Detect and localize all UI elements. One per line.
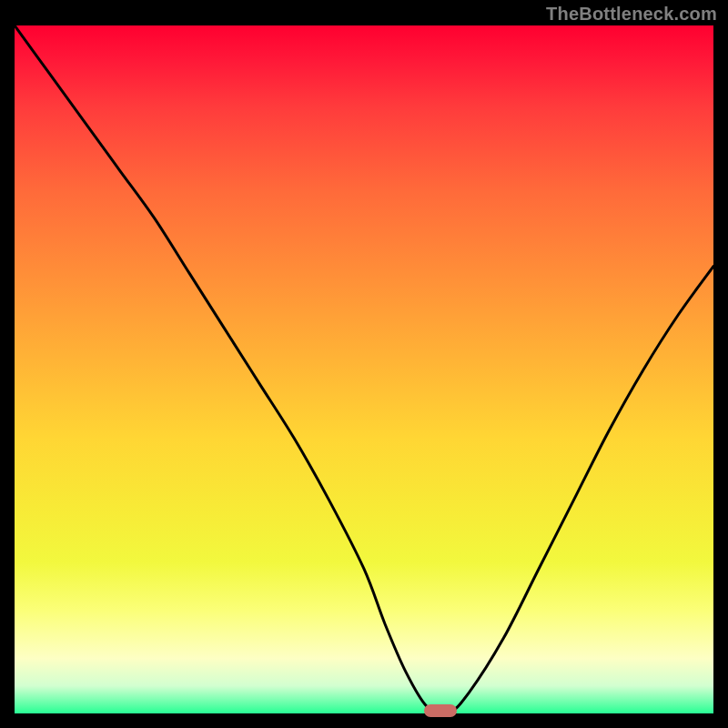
- plot-area: [15, 25, 713, 713]
- chart-container: TheBottleneck.com: [0, 0, 728, 728]
- optimal-marker: [424, 704, 457, 717]
- watermark-text: TheBottleneck.com: [546, 4, 717, 25]
- curve-svg: [15, 25, 713, 713]
- bottleneck-curve: [15, 25, 713, 713]
